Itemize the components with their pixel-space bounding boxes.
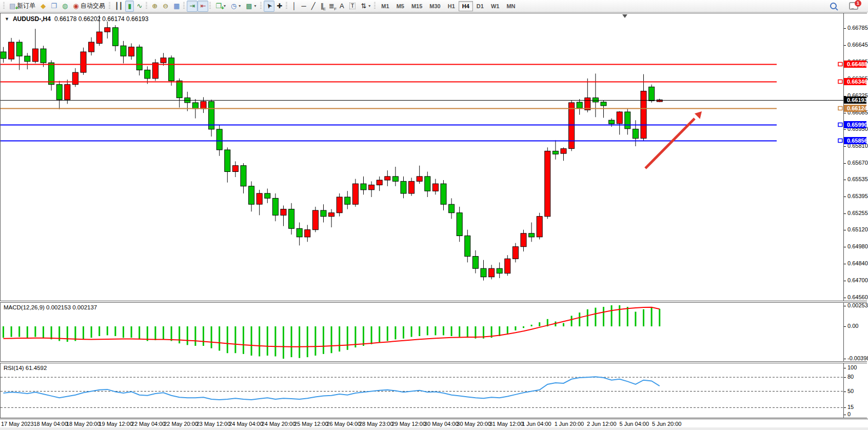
hline-handle[interactable]	[838, 63, 842, 66]
rsi-tick: 80	[844, 374, 854, 380]
candlestick-chart	[1, 13, 843, 301]
fibonacci-button[interactable]: ≣F	[326, 1, 337, 12]
price-axis: 0.667850.666450.665050.663650.662250.660…	[843, 13, 867, 301]
bull-candle	[232, 166, 238, 172]
search-button[interactable]	[827, 1, 839, 12]
price-tick: 0.66785	[844, 25, 868, 31]
new-order-icon: ▤	[9, 3, 15, 9]
price-tick: 0.64560	[844, 294, 868, 300]
chart-ohlc-values: 0.66178 0.66202 0.66174 0.66193	[54, 15, 149, 23]
macd-axis: 0.0025340.00-0.003981	[843, 303, 867, 361]
bull-candle	[105, 28, 110, 32]
line-chart-button[interactable]: ∿	[134, 1, 145, 12]
rsi-tick: 50	[844, 388, 854, 394]
timeframe-w1-button[interactable]: W1	[487, 1, 503, 11]
price-tick: 0.66645	[844, 42, 868, 48]
macd-bar	[579, 312, 580, 326]
timeframe-m30-button[interactable]: M30	[426, 1, 444, 11]
market-watch-icon: ◆	[41, 3, 46, 9]
timeframe-m5-button[interactable]: M5	[393, 1, 408, 11]
macd-bar	[659, 309, 660, 326]
bear-candle	[297, 228, 302, 237]
zoom-out-button[interactable]: ⊖	[160, 1, 171, 12]
macd-bar	[171, 326, 172, 341]
vertical-line-button[interactable]: │	[289, 1, 299, 12]
macd-bar	[611, 305, 613, 326]
chevron-down-icon: ▾	[368, 4, 370, 8]
market-watch-button[interactable]: ◆	[38, 1, 48, 12]
bear-candle	[425, 177, 430, 191]
bear-candle	[497, 268, 502, 273]
rsi-line	[4, 377, 660, 400]
indicators-icon: ▩	[246, 3, 252, 9]
auto-scroll-button[interactable]: ⇥	[187, 1, 198, 12]
bear-candle	[241, 166, 246, 186]
bull-candle	[312, 210, 318, 230]
text-label-button[interactable]: T	[347, 1, 359, 12]
crosshair-icon: ✚	[277, 3, 283, 9]
horizontal-line-button[interactable]: ─	[299, 1, 309, 12]
price-tick: 0.65670	[844, 160, 868, 166]
bear-candle	[465, 236, 470, 257]
signals-icon: ◍	[62, 3, 68, 9]
bear-candle	[25, 56, 30, 62]
crosshair-button[interactable]: ✚	[274, 1, 285, 12]
macd-bar	[363, 326, 364, 346]
macd-bar	[163, 326, 164, 339]
text-button[interactable]: A	[337, 1, 347, 12]
tile-windows-button[interactable]: ▦	[171, 1, 182, 12]
macd-bar	[379, 326, 380, 343]
new-chart-button[interactable]: ❐▾	[213, 1, 228, 12]
macd-bar	[339, 326, 340, 351]
bar-chart-button[interactable]: ┃┃	[112, 1, 126, 12]
zoom-in-button[interactable]: ⊕	[149, 1, 160, 12]
macd-bar	[243, 326, 244, 354]
horizontal-line-icon: ─	[302, 3, 306, 9]
candlestick-button[interactable]: ▮	[125, 1, 134, 12]
bull-candle	[561, 149, 566, 153]
timeframe-d1-button[interactable]: D1	[473, 1, 487, 11]
timeframe-h4-button[interactable]: H4	[459, 1, 473, 11]
macd-bar	[387, 326, 388, 341]
hline-handle[interactable]	[838, 139, 842, 143]
bear-candle	[593, 98, 598, 102]
bear-candle	[472, 257, 478, 269]
macd-bar	[3, 326, 4, 338]
hline-handle[interactable]	[838, 123, 842, 127]
bear-candle	[272, 198, 278, 215]
bear-candle	[136, 47, 142, 70]
timeframe-mn-button[interactable]: MN	[503, 1, 519, 11]
line-chart-icon: ∿	[136, 3, 142, 9]
profiles-button[interactable]: ◷▾	[228, 1, 243, 12]
bear-candle	[609, 120, 615, 124]
macd-chart	[1, 303, 843, 361]
charts-button[interactable]: ❐	[48, 1, 60, 12]
macd-bar	[435, 326, 436, 335]
macd-bar	[627, 307, 628, 326]
candlestick-icon: ▮	[128, 3, 131, 9]
rsi-chart	[1, 363, 843, 418]
trendline-button[interactable]: ╱	[309, 1, 318, 12]
auto-trading-button[interactable]: ◉自动交易	[70, 1, 107, 12]
signals-button[interactable]: ◍	[60, 1, 70, 12]
timeframe-m1-button[interactable]: M1	[378, 1, 392, 11]
macd-tick: -0.003981	[844, 355, 868, 361]
price-tick: 0.64840	[844, 260, 868, 266]
indicators-button[interactable]: ▩▾	[243, 1, 259, 12]
notifications-button[interactable]: 1	[846, 1, 861, 12]
arrow-annotation[interactable]	[645, 111, 702, 168]
symbol-dropdown-caret[interactable]: ▼	[5, 16, 9, 22]
chart-symbol: AUDUSD-,H4	[13, 15, 51, 23]
timeframe-m15-button[interactable]: M15	[408, 1, 426, 11]
equidistant-channel-button[interactable]: ∥E	[318, 1, 327, 12]
new-order-button[interactable]: ▤新订单	[7, 1, 38, 12]
cursor-button[interactable]: ➤	[264, 1, 274, 12]
arrows-button[interactable]: ⇅▾	[358, 1, 373, 12]
hline-handle[interactable]	[838, 107, 842, 110]
price-badge-0.66193: 0.66193	[844, 96, 866, 104]
chart-shift-button[interactable]: ⇤	[198, 1, 208, 12]
rsi-label: RSI(14) 61.4592	[4, 365, 47, 371]
chart-shift-marker[interactable]	[622, 14, 627, 18]
timeframe-h1-button[interactable]: H1	[444, 1, 459, 11]
hline-handle[interactable]	[838, 80, 842, 84]
